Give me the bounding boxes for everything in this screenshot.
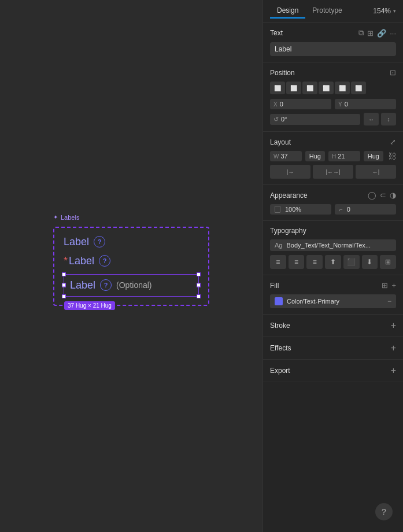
opacity-input[interactable] — [270, 204, 331, 215]
fill-section: Fill ⊞ + Color/Text-Primary − — [263, 275, 403, 315]
corner-value-input[interactable] — [347, 206, 391, 213]
help-icon-1[interactable]: ? — [94, 236, 105, 247]
resize-handle-ml[interactable] — [62, 283, 66, 287]
help-icon-3[interactable]: ? — [100, 279, 112, 291]
x-input[interactable]: X — [270, 99, 331, 109]
eye-icon[interactable]: ◯ — [368, 191, 376, 200]
chain-link-icon[interactable]: ⛓ — [388, 152, 396, 161]
text-section-title: Text — [270, 29, 283, 37]
help-icon-2[interactable]: ? — [99, 255, 110, 267]
align-center-h-btn[interactable]: ⬜ — [286, 82, 301, 94]
text-align-center-btn[interactable]: ≡ — [289, 255, 305, 269]
resize-handle-mr[interactable] — [197, 283, 201, 287]
label-text-1: Label — [64, 236, 89, 248]
label-row-1: Label ? — [64, 236, 199, 248]
resize-handle-bl[interactable] — [62, 294, 66, 298]
opacity-value-input[interactable] — [285, 206, 327, 213]
corner-input[interactable]: ⌐ — [335, 204, 396, 215]
opacity-extra-icon[interactable]: ◑ — [390, 191, 396, 200]
position-section-title: Position — [270, 69, 295, 77]
text-valign-mid-btn[interactable]: ⬛ — [343, 255, 360, 269]
rotation-row: ↺ ↔ ↕ — [270, 113, 396, 125]
rotation-value-input[interactable] — [281, 116, 357, 123]
layout-wh-row: W Hug H Hug ⛓ — [270, 151, 396, 161]
h-hug-badge[interactable]: Hug — [364, 151, 383, 161]
text-name-input[interactable] — [270, 42, 396, 56]
label-text-3: Label — [70, 279, 95, 291]
resize-handle-br[interactable] — [197, 294, 201, 298]
text-extra-btn[interactable]: ⊞ — [380, 255, 396, 269]
export-section-header[interactable]: Export + — [270, 365, 396, 376]
align-center-v-btn[interactable]: ⬜ — [335, 82, 350, 94]
export-section-title: Export — [270, 367, 290, 375]
tab-prototype[interactable]: Prototype — [305, 3, 349, 19]
typography-section-header: Typography — [270, 227, 396, 235]
height-input[interactable]: H — [328, 151, 360, 161]
fill-style-icon[interactable]: ⊞ — [382, 281, 388, 290]
fill-add-icon[interactable]: + — [391, 281, 396, 290]
layout-align-left-btn[interactable]: |→ — [270, 165, 310, 179]
align-top-btn[interactable]: ⬜ — [319, 82, 334, 94]
y-label: Y — [338, 101, 342, 108]
fill-remove-btn[interactable]: − — [387, 297, 391, 305]
effects-add-btn[interactable]: + — [391, 343, 396, 353]
stroke-section: Stroke + — [263, 315, 403, 337]
rotation-icon: ↺ — [273, 116, 279, 123]
fill-row: Color/Text-Primary − — [270, 294, 396, 308]
h-value-input[interactable] — [338, 153, 357, 160]
grid-icon[interactable]: ⊞ — [367, 29, 374, 38]
flip-h-btn[interactable]: ↔ — [364, 113, 379, 125]
outer-frame[interactable]: Label ? Label ? Label ? (Optional) 37 Hu… — [53, 227, 209, 306]
width-input[interactable]: W — [270, 151, 302, 161]
layout-align-right-btn[interactable]: ←| — [356, 165, 396, 179]
clip-icon[interactable]: ⊂ — [380, 191, 386, 200]
rotation-input[interactable]: ↺ — [270, 114, 360, 125]
help-circle-icon: ? — [382, 507, 386, 516]
selected-inner-box[interactable]: Label ? (Optional) 37 Hug × 21 Hug — [64, 274, 199, 297]
appearance-section: Appearance ◯ ⊂ ◑ ⌐ — [263, 185, 403, 221]
align-bottom-btn[interactable]: ⬜ — [351, 82, 366, 94]
stroke-section-title: Stroke — [270, 322, 290, 330]
w-hug-badge[interactable]: Hug — [305, 151, 325, 161]
stroke-add-btn[interactable]: + — [391, 320, 396, 331]
link-icon[interactable]: 🔗 — [377, 29, 386, 38]
export-add-btn[interactable]: + — [391, 365, 396, 376]
panel-header: Design Prototype 154% ▾ — [263, 0, 403, 23]
flip-v-btn[interactable]: ↕ — [381, 113, 396, 125]
fill-section-header: Fill ⊞ + — [270, 281, 396, 290]
typography-section: Typography Ag Body_Text/Text_Normal/Tex.… — [263, 221, 403, 275]
text-align-left-btn[interactable]: ≡ — [270, 255, 286, 269]
y-value-input[interactable] — [345, 101, 393, 108]
size-badge: 37 Hug × 21 Hug — [64, 301, 115, 310]
text-section: Text ⧉ ⊞ 🔗 ··· — [263, 23, 403, 62]
appearance-section-title: Appearance — [270, 191, 308, 200]
xy-input-row: X Y — [270, 99, 396, 109]
position-settings-icon[interactable]: ⊡ — [390, 68, 396, 77]
text-valign-bot-btn[interactable]: ⬇ — [362, 255, 378, 269]
align-left-btn[interactable]: ⬜ — [270, 82, 285, 94]
copy-icon[interactable]: ⧉ — [358, 28, 364, 38]
w-value-input[interactable] — [280, 153, 298, 160]
resize-handle-tr[interactable] — [197, 272, 201, 276]
text-align-right-btn[interactable]: ≡ — [306, 255, 323, 269]
fill-color-swatch[interactable] — [275, 297, 283, 305]
stroke-section-header[interactable]: Stroke + — [270, 320, 396, 331]
resize-handle-tl[interactable] — [62, 272, 66, 276]
align-right-btn[interactable]: ⬜ — [302, 82, 317, 94]
effects-section-header[interactable]: Effects + — [270, 343, 396, 353]
align-row: ⬜ ⬜ ⬜ ⬜ ⬜ ⬜ — [270, 82, 396, 94]
fill-section-title: Fill — [270, 282, 279, 290]
fill-icons: ⊞ + — [382, 281, 396, 290]
component-icon: ✦ — [53, 214, 58, 220]
layout-align-center-btn[interactable]: |←→| — [313, 165, 353, 179]
zoom-control[interactable]: 154% ▾ — [373, 7, 396, 15]
y-input[interactable]: Y — [335, 99, 396, 109]
font-name-row[interactable]: Ag Body_Text/Text_Normal/Tex... — [270, 239, 396, 251]
tab-design[interactable]: Design — [270, 3, 305, 19]
more-icon[interactable]: ··· — [390, 29, 396, 38]
text-valign-top-btn[interactable]: ⬆ — [325, 255, 341, 269]
layout-expand-icon[interactable]: ⤢ — [390, 138, 396, 146]
appearance-section-header: Appearance ◯ ⊂ ◑ — [270, 191, 396, 200]
help-circle-btn[interactable]: ? — [375, 503, 393, 520]
x-value-input[interactable] — [280, 101, 328, 108]
